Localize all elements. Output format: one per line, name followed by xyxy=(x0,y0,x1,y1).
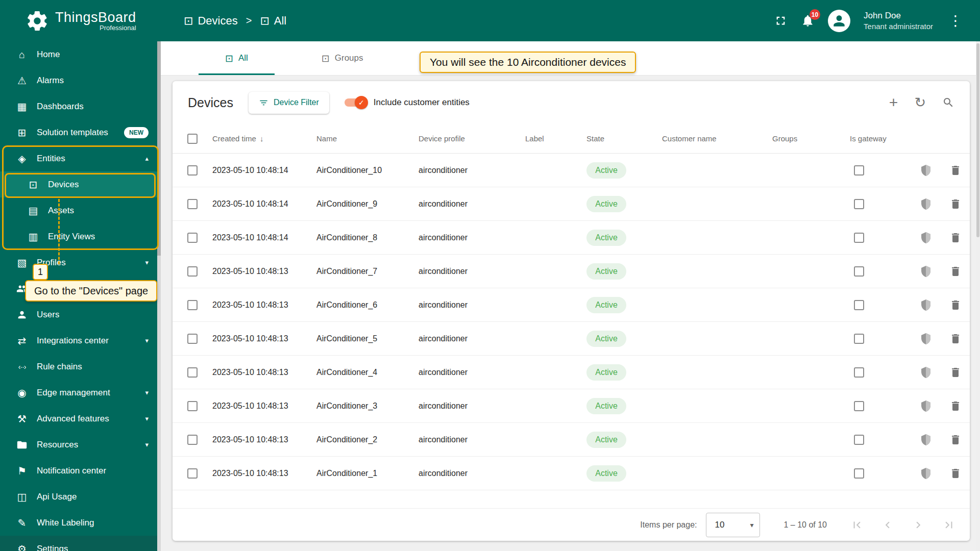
sidebar-item-entities[interactable]: ◈ Entities ▴ xyxy=(0,145,161,171)
select-all-checkbox[interactable] xyxy=(187,134,198,144)
gateway-checkbox[interactable] xyxy=(854,401,864,411)
sidebar-item-integrations-center[interactable]: ⇄ Integrations center ▾ xyxy=(0,328,161,354)
sidebar-item-solution-templates[interactable]: ⊞ Solution templates NEW xyxy=(0,119,161,145)
column-customer-name[interactable]: Customer name xyxy=(655,134,765,143)
column-is-gateway[interactable]: Is gateway xyxy=(843,134,911,143)
column-groups[interactable]: Groups xyxy=(765,134,843,143)
items-per-page-select[interactable]: 10 ▾ xyxy=(706,513,760,537)
column-label[interactable]: Label xyxy=(518,134,579,143)
row-checkbox[interactable] xyxy=(187,435,198,445)
table-row[interactable]: 2023-05-10 10:48:14 AirConditioner_10 ai… xyxy=(173,154,970,187)
column-name[interactable]: Name xyxy=(309,134,411,143)
row-checkbox[interactable] xyxy=(187,165,198,176)
breadcrumb-devices[interactable]: ⊡ Devices xyxy=(184,14,238,28)
tab-all[interactable]: ⊡ All xyxy=(199,41,275,75)
shield-icon[interactable] xyxy=(920,333,932,345)
sidebar-item-users[interactable]: Users xyxy=(0,302,161,328)
add-device-button[interactable]: + xyxy=(889,95,898,110)
column-state[interactable]: State xyxy=(579,134,655,143)
delete-icon[interactable] xyxy=(949,333,962,345)
delete-icon[interactable] xyxy=(949,265,962,278)
delete-icon[interactable] xyxy=(949,366,962,379)
row-checkbox[interactable] xyxy=(187,401,198,411)
delete-icon[interactable] xyxy=(949,299,962,311)
sidebar-item-settings[interactable]: ⚙ Settings xyxy=(0,536,161,551)
delete-icon[interactable] xyxy=(949,467,962,480)
column-created-time[interactable]: Created time↓ xyxy=(205,134,309,143)
delete-icon[interactable] xyxy=(949,400,962,412)
fullscreen-icon[interactable] xyxy=(774,14,788,28)
row-checkbox[interactable] xyxy=(187,233,198,243)
delete-icon[interactable] xyxy=(949,164,962,177)
table-row[interactable]: 2023-05-10 10:48:13 AirConditioner_2 air… xyxy=(173,423,970,457)
gateway-checkbox[interactable] xyxy=(854,435,864,445)
table-row[interactable]: 2023-05-10 10:48:13 AirConditioner_6 air… xyxy=(173,288,970,322)
row-checkbox[interactable] xyxy=(187,199,198,209)
previous-page-button[interactable] xyxy=(881,518,894,532)
last-page-button[interactable] xyxy=(942,518,955,532)
page-scrollbar-thumb[interactable] xyxy=(976,43,979,237)
shield-icon[interactable] xyxy=(920,232,932,244)
delete-icon[interactable] xyxy=(949,232,962,244)
sidebar-item-profiles[interactable]: ▧ Profiles ▾ xyxy=(0,249,161,276)
sidebar-scrollbar[interactable] xyxy=(157,41,161,551)
device-filter-button[interactable]: Device Filter xyxy=(249,92,329,114)
next-page-button[interactable] xyxy=(912,518,925,532)
tab-groups[interactable]: ⊡ Groups xyxy=(295,41,390,75)
table-row[interactable]: 2023-05-10 10:48:13 AirConditioner_4 air… xyxy=(173,356,970,389)
row-checkbox[interactable] xyxy=(187,367,198,378)
notifications-bell-icon[interactable]: 10 xyxy=(801,14,815,28)
table-row[interactable]: 2023-05-10 10:48:13 AirConditioner_7 air… xyxy=(173,255,970,288)
table-row[interactable]: 2023-05-10 10:48:13 AirConditioner_3 air… xyxy=(173,389,970,423)
shield-icon[interactable] xyxy=(920,198,932,210)
sidebar-item-api-usage[interactable]: ◫ Api Usage xyxy=(0,484,161,510)
table-row[interactable]: 2023-05-10 10:48:13 AirConditioner_1 air… xyxy=(173,457,970,490)
table-row[interactable]: 2023-05-10 10:48:14 AirConditioner_9 air… xyxy=(173,187,970,221)
row-checkbox[interactable] xyxy=(187,468,198,479)
page-scrollbar[interactable] xyxy=(976,41,980,551)
breadcrumb-all[interactable]: ⊡ All xyxy=(260,14,286,28)
shield-icon[interactable] xyxy=(920,467,932,480)
include-customer-entities-toggle[interactable]: ✓ xyxy=(345,96,366,109)
gateway-checkbox[interactable] xyxy=(854,334,864,344)
sidebar-item-white-labeling[interactable]: ✎ White Labeling xyxy=(0,510,161,536)
row-checkbox[interactable] xyxy=(187,300,198,310)
gateway-checkbox[interactable] xyxy=(854,199,864,209)
sidebar-item-edge-management[interactable]: ◉ Edge management ▾ xyxy=(0,380,161,406)
row-checkbox[interactable] xyxy=(187,266,198,277)
table-row[interactable]: 2023-05-10 10:48:14 AirConditioner_8 air… xyxy=(173,221,970,255)
sidebar-item-resources[interactable]: Resources ▾ xyxy=(0,432,161,458)
sidebar-item-assets[interactable]: ▤ Assets xyxy=(0,197,161,223)
shield-icon[interactable] xyxy=(920,366,932,379)
shield-icon[interactable] xyxy=(920,400,932,412)
sidebar-item-notification-center[interactable]: ⚑ Notification center xyxy=(0,458,161,484)
gateway-checkbox[interactable] xyxy=(854,367,864,378)
sidebar-item-alarms[interactable]: ⚠ Alarms xyxy=(0,67,161,93)
table-row[interactable]: 2023-05-10 10:48:13 AirConditioner_5 air… xyxy=(173,322,970,356)
sidebar-item-devices[interactable]: ⊡ Devices xyxy=(0,171,161,197)
sidebar-item-dashboards[interactable]: ▦ Dashboards xyxy=(0,93,161,119)
kebab-menu-icon[interactable]: ⋮ xyxy=(946,14,965,28)
gateway-checkbox[interactable] xyxy=(854,233,864,243)
avatar[interactable] xyxy=(828,10,850,32)
gateway-checkbox[interactable] xyxy=(854,165,864,176)
column-device-profile[interactable]: Device profile xyxy=(411,134,518,143)
refresh-button[interactable]: ↻ xyxy=(914,96,926,110)
shield-icon[interactable] xyxy=(920,434,932,446)
shield-icon[interactable] xyxy=(920,265,932,278)
shield-icon[interactable] xyxy=(920,299,932,311)
sidebar-item-advanced-features[interactable]: ⚒ Advanced features ▾ xyxy=(0,406,161,432)
sidebar-scrollbar-thumb[interactable] xyxy=(157,41,161,256)
sidebar-item-entity-views[interactable]: ▥ Entity Views xyxy=(0,223,161,249)
gateway-checkbox[interactable] xyxy=(854,266,864,277)
gateway-checkbox[interactable] xyxy=(854,468,864,479)
delete-icon[interactable] xyxy=(949,434,962,446)
sidebar-item-rule-chains[interactable]: ‹··› Rule chains xyxy=(0,354,161,380)
gateway-checkbox[interactable] xyxy=(854,300,864,310)
delete-icon[interactable] xyxy=(949,198,962,210)
row-checkbox[interactable] xyxy=(187,334,198,344)
sidebar-item-home[interactable]: ⌂ Home xyxy=(0,41,161,67)
first-page-button[interactable] xyxy=(850,518,864,532)
shield-icon[interactable] xyxy=(920,164,932,177)
search-icon[interactable] xyxy=(942,96,954,109)
